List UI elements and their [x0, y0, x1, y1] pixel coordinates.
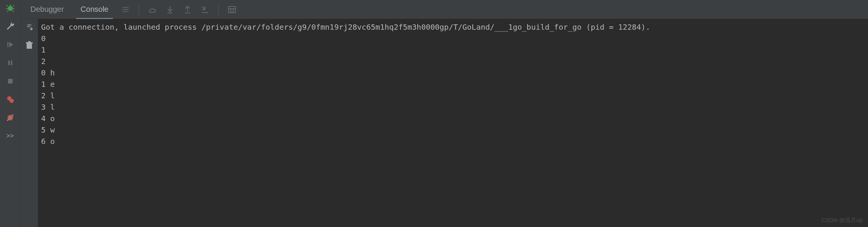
- main-area: Debugger Console: [21, 0, 868, 227]
- scroll-to-end-icon[interactable]: [24, 23, 34, 33]
- toolbar: Debugger Console: [21, 0, 868, 19]
- clear-icon[interactable]: [24, 40, 34, 50]
- tab-debugger-label: Debugger: [30, 5, 64, 14]
- svg-point-6: [10, 99, 14, 103]
- wrench-icon[interactable]: [5, 21, 15, 31]
- breakpoints-icon[interactable]: [5, 94, 15, 104]
- content-row: Got a connection, launched process /priv…: [21, 19, 868, 227]
- tab-debugger[interactable]: Debugger: [22, 0, 72, 19]
- step-down-icon[interactable]: [164, 4, 176, 15]
- step-up-icon[interactable]: [182, 4, 193, 15]
- more-icon[interactable]: >>: [5, 131, 15, 141]
- svg-rect-18: [229, 6, 235, 13]
- pause-icon[interactable]: [5, 58, 15, 68]
- mute-breakpoints-icon[interactable]: [5, 113, 15, 123]
- evaluate-icon[interactable]: [226, 4, 238, 15]
- step-over-icon[interactable]: [147, 4, 158, 15]
- svg-rect-26: [28, 41, 30, 42]
- svg-point-0: [8, 6, 13, 11]
- more-label: >>: [6, 132, 14, 140]
- separator: [139, 4, 139, 15]
- left-tool-gutter: >>: [0, 0, 21, 227]
- tab-console[interactable]: Console: [72, 0, 117, 19]
- svg-rect-24: [27, 43, 32, 49]
- console-output[interactable]: Got a connection, launched process /priv…: [38, 19, 868, 227]
- svg-rect-4: [8, 79, 13, 83]
- svg-rect-3: [11, 61, 12, 65]
- list-icon[interactable]: [120, 4, 131, 15]
- separator: [218, 4, 219, 15]
- bug-icon[interactable]: [5, 3, 15, 13]
- svg-rect-2: [8, 61, 10, 65]
- svg-rect-25: [26, 42, 33, 43]
- resume-icon[interactable]: [5, 40, 15, 50]
- step-into-icon[interactable]: [199, 4, 211, 15]
- watermark: CSDN @流月up: [821, 217, 863, 224]
- console-gutter: [21, 19, 38, 227]
- svg-rect-1: [7, 42, 8, 47]
- tab-console-label: Console: [81, 5, 108, 14]
- stop-icon[interactable]: [5, 76, 15, 86]
